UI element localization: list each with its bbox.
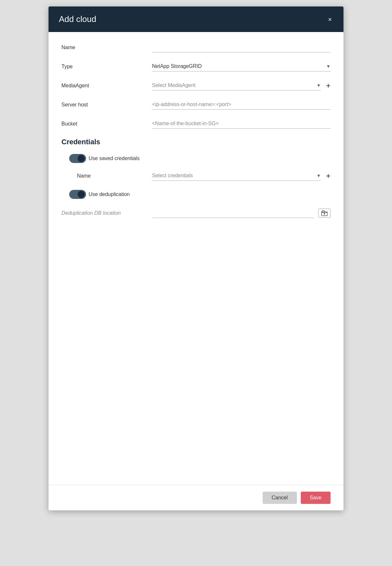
use-saved-credentials-row: Use saved credentials [61,154,331,163]
name-input[interactable] [152,42,331,52]
deduplication-section: Use deduplication Deduplication DB locat… [61,190,331,218]
dedup-toggle-thumb [78,191,85,198]
use-saved-credentials-label: Use saved credentials [89,156,139,161]
server-host-input[interactable] [152,100,331,110]
name-row: Name [61,42,331,52]
use-deduplication-toggle[interactable] [69,190,86,199]
type-dropdown-arrow: ▼ [326,64,331,69]
type-select-wrapper: NetApp StorageGRID ▼ [152,61,331,71]
bucket-row: Bucket [61,119,331,129]
credentials-name-label: Name [77,173,152,179]
type-label: Type [61,64,152,70]
dedup-location-input[interactable] [152,208,314,218]
dedup-location-row: Deduplication DB location [61,208,331,218]
dedup-toggle-track [69,190,86,199]
credentials-dropdown-arrow: ▼ [316,173,321,178]
use-saved-credentials-toggle[interactable] [69,154,86,163]
cancel-button[interactable]: Cancel [263,492,297,504]
credentials-section: Credentials Use saved credentials Name S… [61,138,331,181]
media-agent-row: MediaAgent Select MediaAgent ▼ + [61,81,331,91]
dedup-location-label: Deduplication DB location [61,210,152,216]
type-select-value[interactable]: NetApp StorageGRID [152,61,325,71]
credentials-select-wrapper: Select credentials ▼ [152,171,321,181]
use-deduplication-label: Use deduplication [89,191,130,197]
media-agent-select-wrapper: Select MediaAgent ▼ [152,81,321,91]
toggle-track [69,154,86,163]
media-agent-dropdown-arrow: ▼ [316,83,321,88]
bucket-label: Bucket [61,121,152,127]
name-label: Name [61,45,152,50]
dialog-header: Add cloud × [49,6,343,32]
type-row: Type NetApp StorageGRID ▼ [61,61,331,71]
dialog-footer: Cancel Save [49,485,343,510]
add-cloud-dialog: Add cloud × Name Type NetApp StorageGRID… [49,6,343,510]
save-button[interactable]: Save [301,492,331,504]
server-host-row: Server host [61,100,331,110]
server-host-label: Server host [61,102,152,108]
dialog-body: Name Type NetApp StorageGRID ▼ MediaAgen… [49,32,343,485]
browse-folder-button[interactable] [318,209,331,218]
bucket-input[interactable] [152,119,331,129]
media-agent-placeholder[interactable]: Select MediaAgent [152,81,315,90]
add-media-agent-button[interactable]: + [321,82,331,90]
credentials-name-row: Name Select credentials ▼ + [61,171,331,181]
toggle-thumb [78,155,85,162]
dialog-title: Add cloud [59,14,96,24]
media-agent-label: MediaAgent [61,83,152,89]
credentials-select-value[interactable]: Select credentials [152,171,315,180]
folder-upload-icon [321,210,328,216]
close-button[interactable]: × [327,15,333,24]
credentials-title: Credentials [61,138,331,146]
use-deduplication-row: Use deduplication [61,190,331,199]
add-credential-button[interactable]: + [321,172,331,180]
